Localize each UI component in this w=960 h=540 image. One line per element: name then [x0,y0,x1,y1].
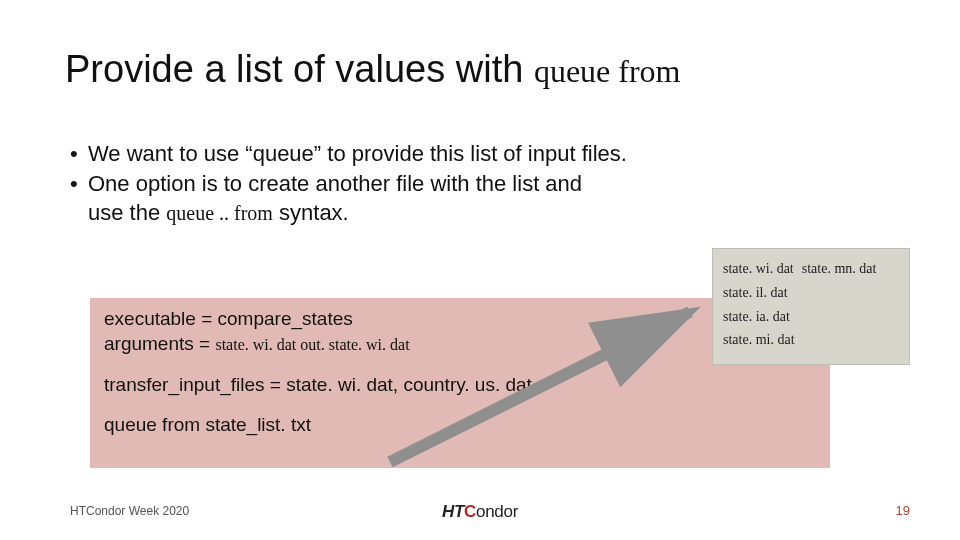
slide-title: Provide a list of values with queue from [65,48,681,91]
file-list-box: state. wi. datstate. mn. dat state. il. … [712,248,910,365]
bullet-dot-icon: • [70,140,88,168]
file-row-2: state. il. dat [723,281,899,305]
code-line-4: queue from state_list. txt [104,414,816,437]
bullet-dot-icon: • [70,170,88,198]
file-row-3: state. ia. dat [723,305,899,329]
code-line-1: executable = compare_states [104,308,816,331]
file-row-1: state. wi. datstate. mn. dat [723,257,899,281]
title-text: Provide a list of values with [65,48,534,90]
bullet-2-text: One option is to create another file wit… [88,170,582,198]
bullet-1-text: We want to use “queue” to provide this l… [88,140,627,168]
file-row-4: state. mi. dat [723,328,899,352]
logo-c: C [464,502,476,521]
bullet-2-cont: use the queue .. from syntax. [88,199,890,227]
bullet-2c-tail: syntax. [273,200,349,225]
logo-ht: HT [442,502,464,521]
code-line-2: arguments = state. wi. dat out. state. w… [104,333,816,356]
slide: Provide a list of values with queue from… [0,0,960,540]
code-line-3: transfer_input_files = state. wi. dat, c… [104,374,816,397]
code-l2-b: state. wi. dat out. state. wi. dat [215,336,409,353]
file-r1a: state. wi. dat [723,261,794,276]
logo-rest: ondor [476,502,518,521]
bullet-2c-mono: queue .. from [166,202,273,224]
title-mono: queue from [534,53,681,89]
bullet-1: • We want to use “queue” to provide this… [70,140,890,168]
bullet-list: • We want to use “queue” to provide this… [70,140,890,227]
bullet-2: • One option is to create another file w… [70,170,890,198]
logo: HTCondor [442,502,518,522]
code-l2-a: arguments = [104,333,215,354]
page-number: 19 [896,503,910,518]
footer-left: HTCondor Week 2020 [70,504,189,518]
file-r1b: state. mn. dat [802,261,877,276]
bullet-2c-a: use the [88,200,166,225]
